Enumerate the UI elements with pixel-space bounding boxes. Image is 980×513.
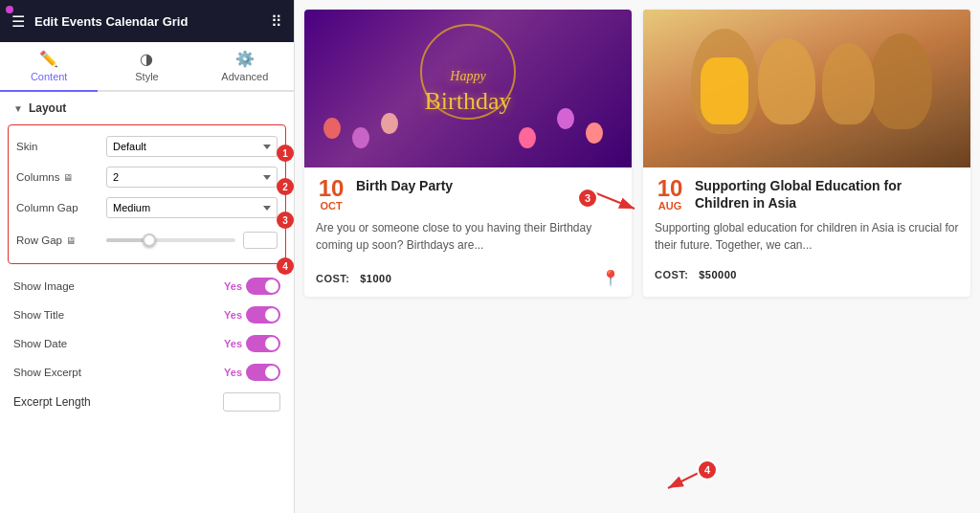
event-date-2: 10 AUG <box>655 177 685 212</box>
badge-1: 1 <box>277 145 294 162</box>
show-excerpt-row: Show Excerpt Yes <box>0 358 294 387</box>
show-image-row: Show Image Yes <box>0 272 294 301</box>
right-panel: 3 4 Happy Birthday <box>295 0 980 513</box>
event-meta-2: 10 AUG Supporting Global Education for C… <box>655 177 959 212</box>
show-excerpt-value: Yes <box>224 367 242 378</box>
event-body-2: 10 AUG Supporting Global Education for C… <box>643 167 970 290</box>
balloon-2 <box>352 127 369 148</box>
event-title-2: Supporting Global Education for Children… <box>695 177 959 212</box>
event-card-1: Happy Birthday 10 OCT Birth Day Party Ar… <box>304 10 632 297</box>
show-image-label: Show Image <box>13 280 75 292</box>
birthday-text: Happy Birthday <box>425 61 512 117</box>
event-card-2: 10 AUG Supporting Global Education for C… <box>643 10 970 297</box>
row-gap-value[interactable]: 10 <box>243 232 278 249</box>
row-gap-slider: 10 <box>106 228 278 253</box>
show-date-row: Show Date Yes <box>0 329 294 358</box>
show-date-toggle[interactable] <box>246 335 280 352</box>
child-shape-3 <box>870 33 932 129</box>
child-shape-2 <box>758 38 815 124</box>
event-title-1: Birth Day Party <box>356 177 453 194</box>
slider-thumb[interactable] <box>143 234 156 247</box>
yellow-jacket <box>701 57 748 124</box>
badge-4: 4 <box>277 257 294 275</box>
event-footer-2: COST: $50000 <box>655 263 959 280</box>
badge-overlay-4: 4 <box>697 459 718 480</box>
balloon-6 <box>519 127 536 148</box>
event-month-2: AUG <box>658 200 681 212</box>
events-grid: Happy Birthday 10 OCT Birth Day Party Ar… <box>304 10 970 297</box>
show-image-value: Yes <box>224 280 242 292</box>
columns-control: 1 2 3 4 <box>106 167 278 188</box>
show-image-toggle[interactable] <box>246 278 280 295</box>
skin-control: Default Card List <box>106 136 278 157</box>
skin-row: Skin Default Card List <box>16 131 278 162</box>
event-image-birthday: Happy Birthday <box>304 10 632 167</box>
badge-2: 2 <box>277 178 294 195</box>
monitor-icon-2: 🖥 <box>66 235 76 246</box>
slider-track <box>106 238 235 242</box>
show-excerpt-toggle[interactable] <box>246 364 280 381</box>
layout-label: Layout <box>29 101 66 115</box>
advanced-icon: ⚙️ <box>235 50 255 68</box>
excerpt-length-input[interactable]: 15 <box>223 392 280 412</box>
child-shape-4 <box>822 43 875 124</box>
panel-content: ▼ Layout 1 Skin Default Card List 2 <box>0 92 294 513</box>
kids-bg <box>643 10 970 167</box>
column-gap-select[interactable]: Small Medium Large <box>106 197 278 218</box>
monitor-icon: 🖥 <box>63 172 73 183</box>
grid-icon[interactable]: ⠿ <box>271 12 282 31</box>
tabs-bar: ✏️ Content ◑ Style ⚙️ Advanced <box>0 42 294 92</box>
columns-label: Columns 🖥 <box>16 171 102 183</box>
layout-options-box: 1 Skin Default Card List 2 Columns � <box>8 124 286 264</box>
columns-select[interactable]: 1 2 3 4 <box>106 167 278 188</box>
event-excerpt-1: Are you or someone close to you having t… <box>316 219 620 254</box>
event-meta-1: 10 OCT Birth Day Party <box>316 177 620 212</box>
top-bar: ☰ Edit Events Calendar Grid ⠿ <box>0 0 294 42</box>
row-gap-label: Row Gap 🖥 <box>16 234 102 246</box>
layout-arrow-icon: ▼ <box>13 103 23 114</box>
style-icon: ◑ <box>140 50 153 68</box>
hamburger-icon[interactable]: ☰ <box>11 12 25 31</box>
page-title: Edit Events Calendar Grid <box>34 14 261 29</box>
balloon-5 <box>557 108 574 129</box>
show-title-row: Show Title Yes <box>0 301 294 329</box>
column-gap-label: Column Gap <box>16 202 102 213</box>
show-excerpt-label: Show Excerpt <box>13 367 81 378</box>
content-icon: ✏️ <box>39 50 58 68</box>
event-cost-2: COST: $50000 <box>655 269 737 280</box>
balloon-4 <box>586 123 603 144</box>
balloon-1 <box>323 118 341 139</box>
tab-style[interactable]: ◑ Style <box>98 42 195 92</box>
event-month-1: OCT <box>320 200 342 212</box>
location-icon-1: 📍 <box>601 269 620 287</box>
event-body-1: 10 OCT Birth Day Party Are you or someon… <box>304 167 632 297</box>
event-day-2: 10 <box>657 177 683 200</box>
skin-label: Skin <box>16 141 102 152</box>
event-date-1: 10 OCT <box>316 177 346 212</box>
show-title-value: Yes <box>224 309 242 321</box>
tab-content[interactable]: ✏️ Content <box>0 42 98 92</box>
column-gap-control: Small Medium Large <box>106 197 278 218</box>
column-gap-row: Column Gap Small Medium Large <box>16 192 278 223</box>
excerpt-length-row: Excerpt Length 15 <box>0 387 294 417</box>
event-day-1: 10 <box>319 177 345 200</box>
event-footer-1: COST: $1000 📍 <box>316 263 620 287</box>
show-date-value: Yes <box>224 338 242 349</box>
left-panel: ☰ Edit Events Calendar Grid ⠿ ✏️ Content… <box>0 0 295 513</box>
skin-select[interactable]: Default Card List <box>106 136 278 157</box>
badge-3: 3 <box>277 212 294 229</box>
event-excerpt-2: Supporting global education for children… <box>655 219 959 254</box>
slider-fill <box>106 238 145 242</box>
row-gap-row: Row Gap 🖥 10 <box>16 223 278 257</box>
excerpt-length-label: Excerpt Length <box>13 395 91 409</box>
event-image-kids <box>643 10 970 167</box>
columns-row: Columns 🖥 1 2 3 4 <box>16 162 278 192</box>
layout-section-header[interactable]: ▼ Layout <box>0 92 294 124</box>
show-date-label: Show Date <box>13 338 67 349</box>
app-dot-icon <box>6 6 13 13</box>
badge-overlay-3: 3 <box>577 188 598 209</box>
show-title-label: Show Title <box>13 309 64 321</box>
tab-advanced[interactable]: ⚙️ Advanced <box>196 42 294 92</box>
balloon-3 <box>381 113 398 134</box>
show-title-toggle[interactable] <box>246 306 280 323</box>
